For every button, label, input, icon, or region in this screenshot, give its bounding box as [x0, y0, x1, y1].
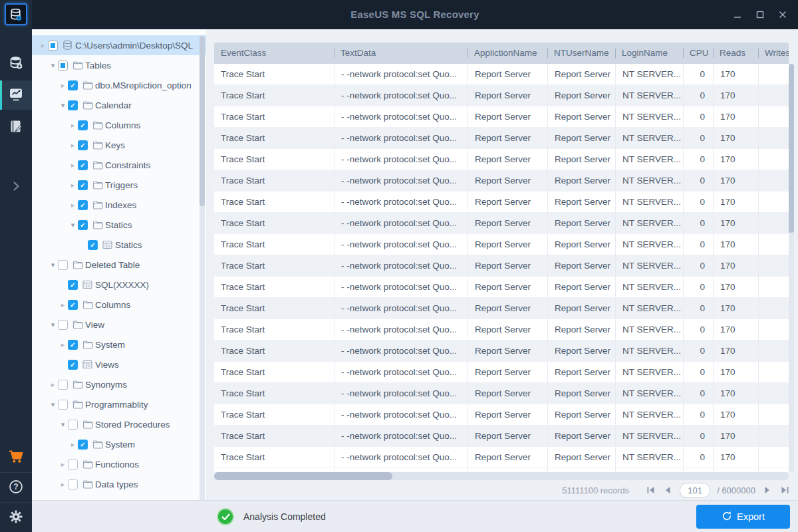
tree-item-synonyms[interactable]: ▸Synonyms — [32, 374, 206, 394]
tree-expand-arrow-icon[interactable]: ▸ — [68, 121, 77, 130]
tree-checkbox[interactable] — [58, 380, 68, 390]
column-header-cpu[interactable]: CPU — [683, 43, 713, 64]
close-button[interactable] — [774, 6, 791, 23]
maximize-button[interactable] — [751, 6, 769, 23]
table-row[interactable]: Trace Start- -network protocol:set Quo..… — [214, 106, 789, 128]
tree-checkbox[interactable]: ✓ — [68, 100, 78, 110]
tree-expand-arrow-icon[interactable]: ▸ — [68, 181, 77, 190]
previous-page-button[interactable] — [662, 485, 673, 495]
column-header-ntusername[interactable]: NTUserName — [547, 43, 615, 64]
tree-item-columns[interactable]: ▸✓Columns — [32, 295, 206, 315]
tree-item-sql-xxxxx-[interactable]: ✓SQL(XXXXX) — [32, 275, 206, 295]
table-row[interactable]: Trace Start- -network protocol:set Quo..… — [214, 362, 789, 383]
last-page-button[interactable] — [779, 485, 790, 495]
table-row[interactable]: Trace Start- -network protocol:set Quo..… — [214, 426, 789, 447]
tree-checkbox[interactable]: ✓ — [68, 340, 78, 350]
tree-expand-arrow-icon[interactable]: ▾ — [49, 400, 57, 409]
tree-item-functionos[interactable]: ▸Functionos — [32, 454, 206, 474]
table-row[interactable]: Trace Start- -network protocol:set Quo..… — [214, 64, 789, 85]
tree-checkbox[interactable] — [58, 260, 68, 270]
tree-item-stored-procedures[interactable]: ▾Stored Procedures — [32, 414, 206, 434]
tree-item-data-types[interactable]: ▸Data types — [32, 474, 206, 494]
tree-item-c-users-admin-desktop-sql[interactable]: ▸C:\Users\admin\Desktop\SQL — [32, 35, 206, 55]
tree-checkbox[interactable]: ✓ — [68, 80, 78, 90]
tree-expand-arrow-icon[interactable]: ▸ — [39, 41, 47, 50]
tree-checkbox[interactable] — [58, 320, 68, 330]
tree-item-system[interactable]: ▸✓System — [32, 434, 206, 454]
tree-expand-arrow-icon[interactable]: ▸ — [59, 340, 67, 349]
column-header-reads[interactable]: Reads — [713, 43, 758, 64]
sidebar-item-settings[interactable] — [0, 503, 32, 532]
tree-checkbox[interactable] — [68, 460, 78, 469]
tree-checkbox[interactable] — [58, 61, 68, 70]
table-horizontal-scrollbar-thumb[interactable] — [214, 472, 392, 480]
tree-checkbox[interactable]: ✓ — [78, 220, 88, 230]
tree-checkbox[interactable]: ✓ — [68, 300, 78, 310]
tree-expand-arrow-icon[interactable]: ▾ — [49, 261, 57, 269]
tree-item-triggers[interactable]: ▸✓Triggers — [32, 175, 206, 195]
tree-expand-arrow-icon[interactable]: ▾ — [49, 61, 57, 70]
column-header-applictionname[interactable]: ApplictionName — [467, 43, 547, 64]
tree-expand-arrow-icon[interactable]: ▸ — [68, 161, 77, 170]
next-page-button[interactable] — [762, 485, 773, 495]
tree-expand-arrow-icon[interactable]: ▸ — [49, 380, 57, 389]
tree-checkbox[interactable]: ✓ — [78, 140, 88, 150]
tree-item-indexes[interactable]: ▸✓Indexes — [32, 195, 206, 215]
tree-item-programmablity[interactable]: ▾Programmablity — [32, 394, 206, 414]
table-row[interactable]: Trace Start- -network protocol:set Quo..… — [214, 298, 789, 319]
tree-item-view[interactable]: ▾View — [32, 315, 206, 334]
column-header-loginname[interactable]: LoginName — [615, 43, 683, 64]
page-number-input[interactable] — [680, 483, 710, 498]
tree-expand-arrow-icon[interactable]: ▸ — [68, 201, 77, 209]
sidebar-item-cart[interactable] — [0, 443, 32, 472]
tree-expand-arrow-icon[interactable]: ▾ — [68, 221, 77, 229]
export-button[interactable]: Export — [696, 505, 790, 529]
table-row[interactable]: Trace Start- -network protocol:set Quo..… — [214, 277, 789, 298]
column-header-textdata[interactable]: TextData — [334, 43, 467, 64]
minimize-button[interactable] — [729, 6, 746, 23]
table-row[interactable]: Trace Start- -network protocol:set Quo..… — [214, 213, 789, 234]
tree-scrollbar-thumb[interactable] — [200, 36, 205, 206]
tree-checkbox[interactable]: ✓ — [78, 120, 88, 130]
table-row[interactable]: Trace Start- -network protocol:set Quo..… — [214, 447, 789, 468]
tree-item-tables[interactable]: ▾Tables — [32, 55, 206, 75]
tree-item-constraints[interactable]: ▸✓Constraints — [32, 155, 206, 175]
sidebar-item-help[interactable]: ? — [0, 473, 32, 502]
table-row[interactable]: Trace Start- -network protocol:set Quo..… — [214, 255, 789, 277]
tree-checkbox[interactable] — [68, 420, 78, 430]
sidebar-item-database-add[interactable] — [0, 49, 32, 78]
table-row[interactable]: Trace Start- -network protocol:set Quo..… — [214, 128, 789, 149]
tree-item-statics[interactable]: ✓Statics — [32, 235, 206, 255]
tree-checkbox[interactable]: ✓ — [78, 440, 88, 450]
tree-item-calendar[interactable]: ▾✓Calendar — [32, 95, 206, 115]
tree-checkbox[interactable] — [68, 479, 78, 489]
tree-checkbox[interactable]: ✓ — [78, 160, 88, 170]
table-row[interactable]: Trace Start- -network protocol:set Quo..… — [214, 149, 789, 170]
tree-checkbox[interactable] — [58, 400, 68, 410]
table-row[interactable]: Trace Start- -network protocol:set Quo..… — [214, 170, 789, 192]
tree-checkbox[interactable]: ✓ — [78, 200, 88, 210]
table-vertical-scrollbar-thumb[interactable] — [789, 64, 794, 233]
tree-checkbox[interactable]: ✓ — [78, 180, 88, 190]
tree-checkbox[interactable]: ✓ — [88, 240, 98, 250]
table-row[interactable]: Trace Start- -network protocol:set Quo..… — [214, 340, 789, 362]
tree-expand-arrow-icon[interactable]: ▸ — [59, 480, 67, 489]
tree-expand-arrow-icon[interactable]: ▸ — [68, 141, 77, 150]
table-row[interactable]: Trace Start- -network protocol:set Quo..… — [214, 192, 789, 213]
tree-item-system[interactable]: ▸✓System — [32, 334, 206, 354]
tree-expand-arrow-icon[interactable]: ▾ — [59, 420, 67, 429]
tree-item-keys[interactable]: ▸✓Keys — [32, 135, 206, 155]
column-header-eventclass[interactable]: EventClass — [214, 43, 334, 64]
table-row[interactable]: Trace Start- -network protocol:set Quo..… — [214, 404, 789, 426]
table-vertical-scrollbar-track[interactable] — [789, 64, 794, 472]
sidebar-collapse-chevron[interactable] — [0, 172, 32, 201]
tree-scrollbar-track[interactable] — [200, 36, 205, 500]
table-row[interactable]: Trace Start- -network protocol:set Quo..… — [214, 383, 789, 404]
sidebar-item-analysis[interactable] — [0, 80, 32, 110]
first-page-button[interactable] — [645, 485, 656, 495]
column-header-writes[interactable]: Writes — [758, 43, 789, 64]
tree-item-views[interactable]: ✓Views — [32, 354, 206, 374]
table-horizontal-scrollbar-track[interactable] — [214, 472, 789, 480]
tree-expand-arrow-icon[interactable]: ▸ — [68, 440, 77, 449]
tree-expand-arrow-icon[interactable]: ▸ — [59, 301, 67, 309]
